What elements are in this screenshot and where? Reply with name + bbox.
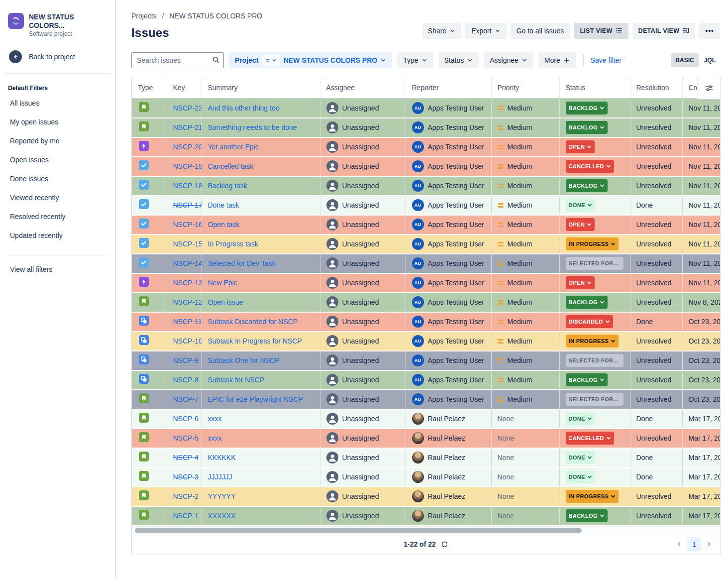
issue-row[interactable]: NSCP-7 EPIC for e2e Playwright NSCP Unas… [132,390,721,409]
type-filter-button[interactable]: Type [397,52,433,68]
reporter-cell[interactable]: AUApps Testing User [412,316,485,328]
go-to-all-issues-button[interactable]: Go to all issues [511,23,570,39]
issue-row[interactable]: NSCP-16 Open task Unassigned AUApps Test… [132,215,721,234]
issue-row[interactable]: NSCP-14 Selected for Dev Task Unassigned… [132,254,721,273]
breadcrumb-project-link[interactable]: NEW STATUS COLORS PRO [169,12,262,20]
reporter-cell[interactable]: Raul Pelaez [412,471,485,483]
jql-mode-button[interactable]: JQL [700,53,720,67]
next-page-button[interactable] [703,538,715,550]
status-badge[interactable]: BACKLOG [566,373,608,386]
issue-summary-link[interactable]: Yet another Epic [208,143,259,151]
reporter-cell[interactable]: AUApps Testing User [412,296,485,308]
previous-page-button[interactable] [673,538,685,550]
reporter-cell[interactable]: Raul Pelaez [412,413,485,425]
sidebar-filter-viewed-recently[interactable]: Viewed recently [8,188,107,207]
issue-row[interactable]: NSCP-12 Open issue Unassigned AUApps Tes… [132,293,721,312]
sidebar-filter-reported-by-me[interactable]: Reported by me [8,131,107,150]
column-header-key[interactable]: Key [167,77,202,99]
issue-summary-link[interactable]: Selected for Dev Task [208,259,276,267]
reporter-cell[interactable]: AUApps Testing User [412,199,485,211]
assignee-cell[interactable]: Unassigned [326,296,400,308]
issue-key-link[interactable]: NSCP-4 [173,454,199,462]
issue-key-link[interactable]: NSCP-20 [173,143,202,151]
reporter-cell[interactable]: AUApps Testing User [412,354,485,366]
assignee-cell[interactable]: Unassigned [326,335,400,347]
column-header-status[interactable]: Status [559,77,630,99]
issue-row[interactable]: NSCP-6 xxxx Unassigned Raul Pelaez None … [132,409,721,429]
issue-summary-link[interactable]: xxxx [208,434,222,442]
issue-row[interactable]: NSCP-5 xxxx Unassigned Raul Pelaez None … [132,429,721,448]
sidebar-filter-updated-recently[interactable]: Updated recently [8,226,107,245]
issue-summary-link[interactable]: Backlog task [208,182,247,190]
issue-key-link[interactable]: NSCP-7 [173,395,199,403]
sidebar-filter-my-open-issues[interactable]: My open issues [8,113,107,131]
issue-summary-link[interactable]: Subtask Discarded for NSCP [208,318,298,326]
status-badge[interactable]: BACKLOG [566,121,608,134]
more-actions-button[interactable]: ••• [699,23,720,39]
assignee-cell[interactable]: Unassigned [326,199,400,211]
issue-key-link[interactable]: NSCP-13 [173,279,202,287]
column-header-priority[interactable]: Priority [491,77,559,99]
breadcrumb-projects-link[interactable]: Projects [131,12,157,20]
view-all-filters-link[interactable]: View all filters [10,265,107,273]
issue-summary-link[interactable]: Done task [208,201,239,209]
status-badge[interactable]: CANCELLED [566,432,614,445]
reporter-cell[interactable]: Raul Pelaez [412,490,485,502]
sidebar-filter-open-issues[interactable]: Open issues [8,150,107,169]
assignee-cell[interactable]: Unassigned [326,452,400,463]
issue-summary-link[interactable]: And this other thing too [208,104,280,112]
assignee-cell[interactable]: Unassigned [326,316,400,328]
issue-row[interactable]: NSCP-9 Subtask One for NSCP Unassigned A… [132,351,721,370]
issue-row[interactable]: NSCP-21 Something needs to be done Unass… [132,118,721,137]
issue-key-link[interactable]: NSCP-12 [173,298,202,306]
issue-row[interactable]: NSCP-22 And this other thing too Unassig… [132,99,721,118]
assignee-cell[interactable]: Unassigned [326,510,400,522]
issue-summary-link[interactable]: Subtask In Progress for NSCP [208,337,302,345]
status-badge[interactable]: DONE [566,451,595,464]
reporter-cell[interactable]: Raul Pelaez [412,432,485,444]
assignee-cell[interactable]: Unassigned [326,393,400,405]
issue-row[interactable]: NSCP-11 Subtask Discarded for NSCP Unass… [132,312,721,332]
issue-key-link[interactable]: NSCP-15 [173,240,202,248]
operator-dropdown[interactable]: = [262,55,279,66]
sidebar-filter-all-issues[interactable]: All issues [8,94,107,113]
refresh-icon[interactable] [441,541,448,548]
reporter-cell[interactable]: AUApps Testing User [412,277,485,289]
assignee-cell[interactable]: Unassigned [326,490,400,502]
column-header-type[interactable]: Type [132,77,167,99]
issue-key-link[interactable]: NSCP-3 [173,473,199,481]
assignee-cell[interactable]: Unassigned [326,432,400,444]
assignee-cell[interactable]: Unassigned [326,180,400,192]
reporter-cell[interactable]: Raul Pelaez [412,452,485,463]
issue-key-link[interactable]: NSCP-22 [173,104,202,112]
sidebar-filter-done-issues[interactable]: Done issues [8,169,107,188]
issue-row[interactable]: NSCP-3 JJJJJJJ Unassigned Raul Pelaez No… [132,467,721,487]
issue-key-link[interactable]: NSCP-19 [173,162,202,170]
assignee-cell[interactable]: Unassigned [326,121,400,133]
status-badge[interactable]: CANCELLED [566,160,614,173]
reporter-cell[interactable]: Raul Pelaez [412,510,485,522]
back-to-project-button[interactable]: Back to project [9,50,107,63]
issue-summary-link[interactable]: Cancelled task [208,162,254,170]
assignee-cell[interactable]: Unassigned [326,141,400,153]
issue-key-link[interactable]: NSCP-8 [173,376,199,384]
issue-summary-link[interactable]: EPIC for e2e Playwright NSCP [208,395,303,403]
export-button[interactable]: Export [465,23,506,39]
reporter-cell[interactable]: AUApps Testing User [412,219,485,231]
basic-mode-button[interactable]: BASIC [671,53,698,67]
issue-summary-link[interactable]: Subtask for NSCP [208,376,265,384]
status-badge[interactable]: BACKLOG [566,179,608,192]
issue-key-link[interactable]: NSCP-2 [173,492,199,500]
detail-view-toggle[interactable]: DETAIL VIEW [632,23,696,39]
issue-row[interactable]: NSCP-4 KKKKKK Unassigned Raul Pelaez Non… [132,448,721,467]
issue-row[interactable]: NSCP-2 YYYYYY Unassigned Raul Pelaez Non… [132,487,721,506]
issue-summary-link[interactable]: New Epic [208,279,237,287]
issue-summary-link[interactable]: XXXXXX [208,512,236,520]
horizontal-scrollbar-thumb[interactable] [135,528,582,533]
status-badge[interactable]: IN PROGRESS [566,335,619,347]
reporter-cell[interactable]: AUApps Testing User [412,102,485,114]
status-badge[interactable]: DONE [566,412,595,425]
reporter-cell[interactable]: AUApps Testing User [412,121,485,133]
reporter-cell[interactable]: AUApps Testing User [412,180,485,192]
status-badge[interactable]: SELECTED FOR D... [566,393,624,406]
